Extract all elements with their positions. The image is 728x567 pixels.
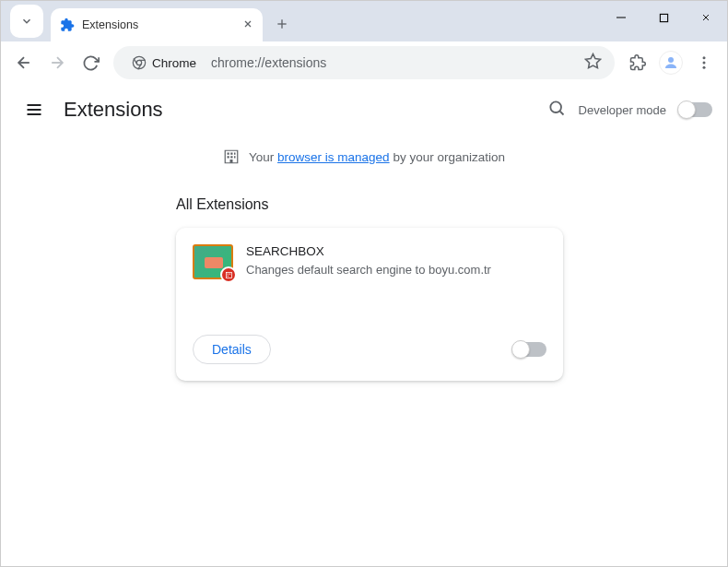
avatar xyxy=(659,51,683,75)
chevron-down-icon xyxy=(20,15,33,28)
window-controls xyxy=(600,1,727,41)
svg-rect-28 xyxy=(228,156,229,158)
svg-point-23 xyxy=(550,101,561,112)
managed-suffix: by your organization xyxy=(390,150,505,164)
search-icon xyxy=(547,99,566,117)
site-chip[interactable]: Chrome xyxy=(126,53,202,72)
extensions-button[interactable] xyxy=(622,47,653,78)
extension-puzzle-icon xyxy=(60,18,75,32)
svg-line-13 xyxy=(134,58,137,64)
plus-icon xyxy=(275,17,289,31)
managed-link[interactable]: browser is managed xyxy=(277,150,390,164)
managed-badge-icon xyxy=(220,266,237,283)
maximize-icon xyxy=(659,13,669,23)
managed-prefix: Your xyxy=(249,150,277,164)
close-icon xyxy=(700,12,711,23)
svg-rect-31 xyxy=(230,159,233,163)
page-content: Extensions Developer mode Your browser i… xyxy=(1,84,727,567)
chrome-icon xyxy=(132,55,147,70)
browser-toolbar: Chrome chrome://extensions xyxy=(1,41,727,84)
svg-rect-5 xyxy=(660,14,667,21)
page-header: Extensions Developer mode xyxy=(1,84,727,136)
back-button[interactable] xyxy=(8,47,40,78)
extension-puzzle-icon xyxy=(629,54,646,71)
bookmark-button[interactable] xyxy=(584,53,602,73)
svg-rect-30 xyxy=(234,156,236,158)
star-icon xyxy=(584,53,602,70)
svg-rect-26 xyxy=(230,153,232,155)
window-titlebar: Extensions xyxy=(1,1,727,41)
svg-line-24 xyxy=(559,112,563,115)
svg-rect-32 xyxy=(226,272,231,278)
page-title: Extensions xyxy=(64,98,163,122)
search-extensions-button[interactable] xyxy=(547,99,566,121)
arrow-left-icon xyxy=(15,53,33,72)
url-text: chrome://extensions xyxy=(211,55,326,70)
section-title: All Extensions xyxy=(176,196,727,213)
arrow-right-icon xyxy=(48,53,66,72)
menu-button[interactable] xyxy=(688,47,720,78)
more-vert-icon xyxy=(696,54,712,71)
developer-mode-label: Developer mode xyxy=(579,103,666,117)
svg-point-18 xyxy=(703,62,706,65)
tab-search-button[interactable] xyxy=(10,5,43,38)
hamburger-icon xyxy=(25,100,43,119)
svg-point-19 xyxy=(703,66,706,69)
extension-icon xyxy=(193,244,233,279)
svg-rect-33 xyxy=(227,273,228,274)
new-tab-button[interactable] xyxy=(268,10,296,38)
svg-rect-27 xyxy=(234,153,236,155)
tab-title: Extensions xyxy=(82,18,138,31)
extension-card: SEARCHBOX Changes default search engine … xyxy=(176,228,563,381)
minimize-button[interactable] xyxy=(600,1,642,34)
close-window-button[interactable] xyxy=(685,1,727,34)
site-chip-label: Chrome xyxy=(152,56,196,70)
browser-tab[interactable]: Extensions xyxy=(51,8,263,41)
svg-point-16 xyxy=(668,57,674,63)
developer-mode-toggle[interactable] xyxy=(679,102,712,117)
svg-rect-25 xyxy=(228,153,229,155)
profile-button[interactable] xyxy=(655,47,687,78)
maximize-button[interactable] xyxy=(642,1,685,34)
reload-icon xyxy=(82,54,100,72)
svg-marker-15 xyxy=(586,54,601,68)
forward-button[interactable] xyxy=(41,47,73,78)
reload-button[interactable] xyxy=(75,47,106,78)
menu-hamburger-button[interactable] xyxy=(16,91,53,128)
extension-enable-toggle[interactable] xyxy=(513,342,546,357)
managed-banner: Your browser is managed by your organiza… xyxy=(1,136,727,183)
svg-rect-29 xyxy=(230,156,232,158)
address-bar[interactable]: Chrome chrome://extensions xyxy=(113,46,615,79)
close-tab-button[interactable] xyxy=(242,18,253,32)
extension-name: SEARCHBOX xyxy=(246,244,491,258)
extension-description: Changes default search engine to boyu.co… xyxy=(246,262,491,278)
close-icon xyxy=(242,18,253,30)
svg-point-17 xyxy=(703,56,706,59)
details-button[interactable]: Details xyxy=(193,335,271,364)
person-icon xyxy=(663,54,679,71)
building-icon xyxy=(223,148,240,165)
svg-rect-34 xyxy=(229,273,229,274)
svg-rect-35 xyxy=(227,275,228,276)
minimize-icon xyxy=(616,12,627,23)
